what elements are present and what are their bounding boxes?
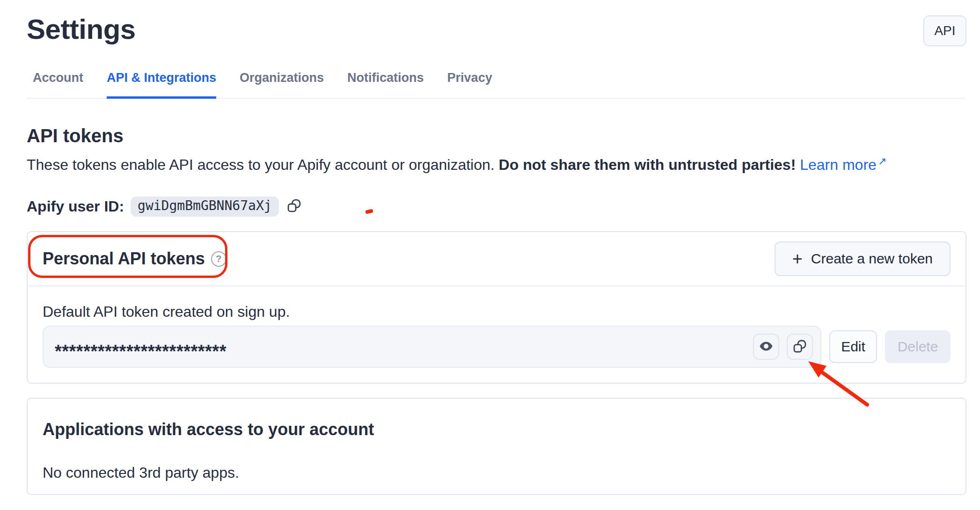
page-title: Settings (27, 14, 136, 45)
personal-api-tokens-card: Personal API tokens ? + Create a new tok… (27, 231, 966, 384)
token-value-field: ************************ (43, 326, 821, 368)
copy-token-button[interactable] (787, 334, 813, 360)
eye-icon (759, 339, 774, 355)
edit-token-button[interactable]: Edit (829, 330, 877, 363)
personal-tokens-title: Personal API tokens (43, 248, 205, 269)
user-id-label: Apify user ID: (27, 198, 124, 215)
help-icon[interactable]: ? (211, 251, 227, 267)
personal-tokens-card-body: Default API token created on sign up. **… (28, 286, 965, 383)
copy-user-id-button[interactable] (286, 198, 303, 215)
user-id-value: gwiDgmBmGBNN67aXj (131, 197, 279, 217)
api-tokens-heading: API tokens (27, 124, 966, 147)
tab-organizations[interactable]: Organizations (240, 70, 324, 99)
page-header: Settings API (27, 14, 966, 46)
description-text: These tokens enable API access to your A… (27, 156, 499, 173)
reveal-token-button[interactable] (753, 334, 779, 360)
user-id-row: Apify user ID: gwiDgmBmGBNN67aXj (27, 196, 966, 217)
external-link-icon: ↗ (878, 151, 886, 172)
applications-title: Applications with access to your account (43, 419, 951, 440)
api-badge-button[interactable]: API (923, 15, 966, 46)
api-tokens-description: These tokens enable API access to your A… (27, 154, 966, 177)
settings-tabs: Account API & Integrations Organizations… (27, 70, 966, 99)
applications-empty-message: No connected 3rd party apps. (43, 462, 951, 483)
tab-privacy[interactable]: Privacy (447, 70, 492, 99)
applications-card: Applications with access to your account… (27, 398, 966, 495)
personal-tokens-card-header: Personal API tokens ? + Create a new tok… (28, 232, 965, 286)
plus-icon: + (792, 252, 803, 266)
learn-more-link[interactable]: Learn more (796, 156, 877, 173)
token-row: ************************ (43, 326, 951, 368)
create-token-label: Create a new token (811, 251, 933, 267)
tab-api-integrations[interactable]: API & Integrations (107, 70, 216, 99)
delete-token-button[interactable]: Delete (885, 330, 951, 363)
token-description: Default API token created on sign up. (43, 301, 951, 322)
settings-page: Settings API Account API & Integrations … (0, 0, 980, 510)
copy-icon (792, 339, 807, 355)
create-token-button[interactable]: + Create a new token (775, 241, 951, 276)
tab-notifications[interactable]: Notifications (347, 70, 424, 99)
masked-token-value: ************************ (55, 342, 227, 362)
tab-account[interactable]: Account (33, 70, 83, 99)
copy-icon (286, 198, 302, 215)
card-title-group: Personal API tokens ? (43, 248, 227, 269)
token-field-actions (753, 334, 813, 360)
description-warning: Do not share them with untrusted parties… (499, 156, 796, 173)
